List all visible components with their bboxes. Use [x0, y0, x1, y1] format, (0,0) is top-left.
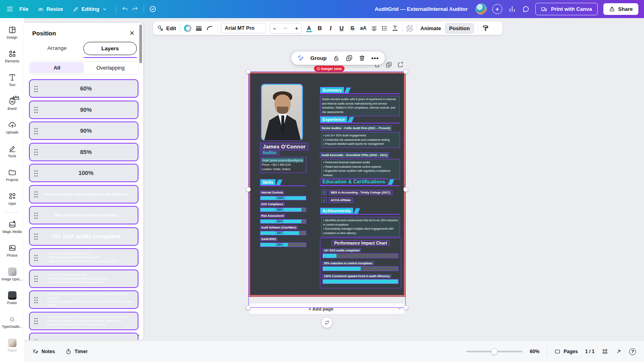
- sidebar-item-text[interactable]: Text: [0, 68, 24, 92]
- performance-chart[interactable]: Performance Impact Chart 10+ SOX audits …: [320, 238, 401, 288]
- layer-item[interactable]: 100%: [29, 164, 138, 182]
- sidebar-item-uploads[interactable]: Uploads: [0, 115, 24, 139]
- underline-button[interactable]: U: [338, 25, 345, 31]
- layer-item[interactable]: • Led 10+ SOX audit engagements • Conduc…: [29, 269, 138, 288]
- layer-item[interactable]: • Performed financial statement audits •…: [29, 248, 138, 267]
- magic-edit-icon[interactable]: [297, 55, 304, 62]
- zoom-level[interactable]: 60%: [530, 349, 539, 354]
- trash-icon[interactable]: [359, 55, 365, 62]
- font-size-increase[interactable]: +: [295, 25, 298, 31]
- duplicate-page-icon[interactable]: [386, 62, 392, 68]
- zoom-slider[interactable]: [466, 351, 522, 352]
- color-picker-button[interactable]: [184, 25, 192, 32]
- add-page-button[interactable]: + Add page: [249, 303, 393, 314]
- sidebar-item-tracer[interactable]: Tracer: [0, 333, 24, 357]
- sidebar-item-brand[interactable]: co Brand: [0, 92, 24, 115]
- skill-row[interactable]: SOX Compliance 90%: [260, 200, 306, 212]
- stroke-weight-button[interactable]: [195, 25, 202, 32]
- drag-handle-icon[interactable]: [34, 254, 38, 261]
- skill-row[interactable]: GAAP/IFRS 60%: [260, 234, 306, 247]
- skill-row[interactable]: Internal Controls 100%: [260, 188, 306, 200]
- tab-arrange[interactable]: Arrange: [31, 42, 83, 55]
- timer-button[interactable]: Timer: [65, 348, 87, 355]
- filter-all[interactable]: All: [30, 62, 84, 73]
- drag-handle-icon[interactable]: [34, 106, 38, 113]
- achievements-bullets[interactable]: • Identified process weaknesses that led…: [321, 217, 400, 237]
- job-heading[interactable]: Senior Auditor - Celtic Audit Firm (2021…: [320, 125, 392, 131]
- resize-handle-middle-right[interactable]: [403, 187, 408, 192]
- drag-handle-icon[interactable]: [34, 148, 38, 155]
- education-header[interactable]: Education & Certifications: [320, 178, 393, 185]
- sidebar-item-elements[interactable]: Elements: [0, 44, 24, 68]
- close-icon[interactable]: ✕: [128, 29, 136, 37]
- sidebar-item-tools[interactable]: Tools: [0, 139, 24, 163]
- alignment-button[interactable]: [371, 25, 378, 32]
- cloud-save-status-icon[interactable]: [149, 5, 157, 13]
- edit-button[interactable]: Edit: [157, 25, 176, 32]
- transparency-button[interactable]: [406, 25, 413, 32]
- insights-chart-icon[interactable]: [508, 5, 516, 13]
- more-options-button[interactable]: •••: [372, 55, 379, 62]
- layer-item[interactable]: Detail-oriented auditor with 6 years of …: [29, 312, 138, 330]
- layer-item[interactable]: 100% Consistent upward trend in audit ef…: [29, 185, 138, 204]
- drag-handle-icon[interactable]: [34, 85, 38, 92]
- font-size-stepper[interactable]: – -- +: [270, 23, 302, 34]
- drag-handle-icon[interactable]: [34, 233, 38, 240]
- resize-handle-top-right[interactable]: [403, 69, 408, 74]
- sidebar-item-poster[interactable]: Poster: [0, 286, 24, 310]
- copy-style-button[interactable]: [482, 25, 489, 32]
- layer-item[interactable]: 90%: [29, 101, 138, 119]
- summary-text[interactable]: Detail-oriented auditor with 6 years of …: [320, 96, 400, 116]
- resize-handle-middle-left[interactable]: [246, 187, 251, 192]
- text-case-button[interactable]: aA: [360, 25, 367, 31]
- grid-view-button[interactable]: [602, 348, 608, 355]
- drag-handle-icon[interactable]: [34, 275, 38, 282]
- sidebar-item-photos[interactable]: Photos: [0, 239, 24, 262]
- layer-item[interactable]: 10+ SOX audits completed: [29, 227, 138, 246]
- drag-handle-icon[interactable]: [34, 339, 38, 340]
- group-button[interactable]: Group: [310, 55, 327, 61]
- layer-item[interactable]: 50% reduction in control exceptions: [29, 206, 138, 224]
- bold-button[interactable]: B: [316, 25, 324, 31]
- achievements-header[interactable]: Achievements: [320, 208, 359, 214]
- drag-handle-icon[interactable]: [34, 191, 38, 197]
- line-style-button[interactable]: [206, 25, 213, 32]
- animate-button[interactable]: Animate: [421, 25, 441, 31]
- resize-handle-bottom-right[interactable]: [403, 305, 408, 310]
- sidebar-item-apps[interactable]: Apps: [0, 187, 24, 210]
- layer-item[interactable]: 90%: [29, 121, 138, 140]
- sidebar-item-image-upscaler[interactable]: Image Upsc...: [0, 262, 24, 286]
- print-with-canva-button[interactable]: Print with Canva: [535, 3, 598, 15]
- lock-icon[interactable]: [333, 55, 340, 62]
- resize-handle-bottom-left[interactable]: [246, 305, 251, 310]
- drag-handle-icon[interactable]: [34, 212, 38, 219]
- avatar[interactable]: [476, 4, 487, 14]
- sidebar-item-projects[interactable]: Projects: [0, 163, 24, 187]
- layer-item[interactable]: 60%: [29, 79, 138, 98]
- comments-icon[interactable]: [522, 5, 530, 13]
- italic-button[interactable]: I: [327, 25, 334, 32]
- zoom-slider-thumb[interactable]: [491, 348, 497, 355]
- drag-handle-icon[interactable]: [34, 170, 38, 177]
- panel-scrollbar[interactable]: [139, 25, 142, 63]
- drag-handle-icon[interactable]: [34, 317, 38, 324]
- design-page[interactable]: James O'Connor Auditor Email: james.ocon…: [248, 72, 406, 297]
- sidebar-item-typegradient[interactable]: G TypeGradie...: [0, 310, 24, 333]
- experience-header[interactable]: Experience: [320, 116, 353, 123]
- position-button[interactable]: Position: [445, 23, 474, 34]
- job-bullets[interactable]: • Led 10+ SOX audit engagements • Conduc…: [321, 132, 400, 148]
- drag-handle-icon[interactable]: [34, 296, 38, 303]
- sidebar-item-magic-media[interactable]: Magic Media: [0, 215, 24, 239]
- skill-row[interactable]: Risk Assessment 90%: [260, 211, 306, 224]
- summary-header[interactable]: Summary: [320, 87, 350, 93]
- share-button[interactable]: Share: [603, 3, 638, 15]
- add-page-icon[interactable]: [397, 62, 404, 68]
- skill-row[interactable]: Audit Software (CaseWare) 85%: [260, 223, 306, 235]
- layer-item[interactable]: Audit Associate - Greenfield CPAs (2018 …: [29, 333, 138, 340]
- editing-mode-button[interactable]: Editing: [69, 4, 111, 14]
- job-heading[interactable]: Audit Associate - Greenfield CPAs (2018 …: [320, 152, 389, 158]
- file-menu-button[interactable]: File: [15, 4, 32, 14]
- redo-button[interactable]: [131, 5, 139, 13]
- document-title[interactable]: AuditGrid — External/Internal Auditor: [375, 6, 468, 12]
- duplicate-icon[interactable]: [346, 55, 353, 62]
